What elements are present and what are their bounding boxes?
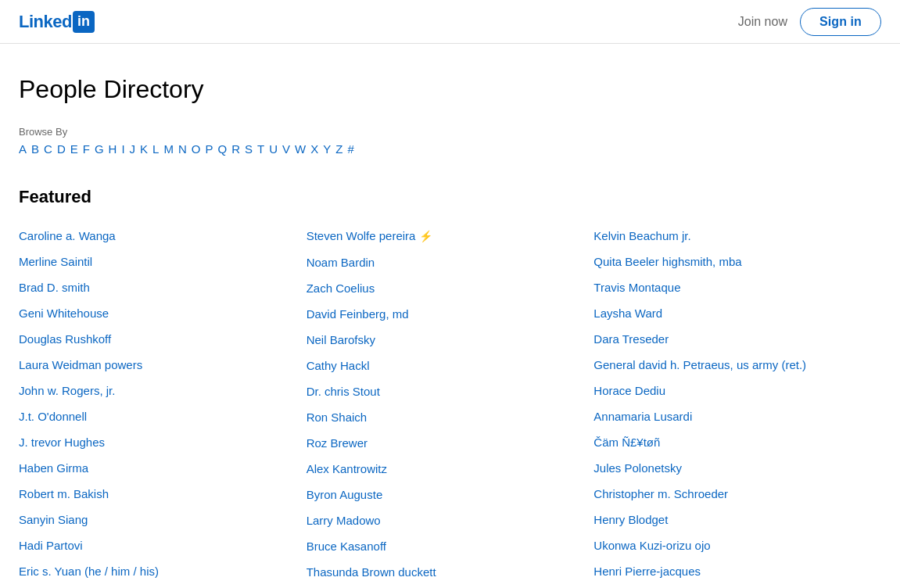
join-now-link[interactable]: Join now [738, 15, 787, 29]
person-link[interactable]: Henri Pierre-jacques [593, 558, 881, 584]
sign-in-button[interactable]: Sign in [800, 8, 881, 36]
person-link[interactable]: Laura Weidman powers [19, 352, 307, 378]
person-link[interactable]: Čäm Ñ£¥tøñ [593, 429, 881, 455]
header-actions: Join now Sign in [738, 8, 881, 36]
person-link[interactable]: Travis Montaque [593, 274, 881, 300]
person-link[interactable]: Byron Auguste [307, 482, 594, 507]
people-grid: Caroline a. WangaMerline SaintilBrad D. … [19, 223, 881, 585]
person-link[interactable]: Bruce Kasanoff [307, 533, 594, 559]
person-link[interactable]: Thasunda Brown duckett [307, 559, 594, 585]
people-col-3: Kelvin Beachum jr.Quita Beeler highsmith… [593, 223, 881, 585]
logo-box: in [73, 11, 95, 33]
alphabet-nav: ABCDEFGHIJKLMNOPQRSTUVWXYZ# [19, 142, 881, 156]
person-link[interactable]: Alex Kantrowitz [307, 456, 594, 482]
alpha-link-e[interactable]: E [70, 142, 78, 156]
logo-text: Linked [19, 12, 72, 32]
alpha-link-f[interactable]: F [83, 142, 90, 156]
alpha-link-s[interactable]: S [245, 142, 253, 156]
alpha-link-t[interactable]: T [257, 142, 264, 156]
alpha-link-h[interactable]: H [109, 142, 117, 156]
person-link[interactable]: Ron Shaich [307, 404, 594, 430]
alpha-link-r[interactable]: R [231, 142, 240, 156]
person-link[interactable]: Dara Treseder [593, 326, 881, 352]
person-link[interactable]: Cathy Hackl [307, 353, 594, 378]
alpha-link-q[interactable]: Q [217, 142, 227, 156]
people-col-1: Caroline a. WangaMerline SaintilBrad D. … [19, 223, 307, 585]
person-link[interactable]: David Feinberg, md [307, 301, 594, 327]
person-link[interactable]: Kelvin Beachum jr. [593, 223, 881, 249]
alpha-link-l[interactable]: L [152, 142, 159, 156]
person-link[interactable]: Sanyin Siang [19, 507, 307, 532]
person-link[interactable]: Eric s. Yuan (he / him / his) [19, 558, 307, 584]
alpha-link-m[interactable]: M [163, 142, 174, 156]
person-link[interactable]: J. trevor Hughes [19, 429, 307, 455]
browse-by-label: Browse By [19, 126, 881, 138]
alpha-link-p[interactable]: P [205, 142, 213, 156]
person-link[interactable]: Larry Madowo [307, 507, 594, 533]
alpha-link-j[interactable]: J [130, 142, 136, 156]
person-link[interactable]: General david h. Petraeus, us army (ret.… [593, 352, 881, 378]
alpha-link-d[interactable]: D [57, 142, 66, 156]
featured-title: Featured [19, 187, 881, 207]
alpha-link-o[interactable]: O [192, 142, 201, 156]
alpha-link-k[interactable]: K [140, 142, 148, 156]
alpha-link-w[interactable]: W [295, 142, 306, 156]
person-link[interactable]: Horace Dediu [593, 378, 881, 403]
person-link[interactable]: Robert m. Bakish [19, 481, 307, 507]
alpha-link-n[interactable]: N [178, 142, 187, 156]
person-link[interactable]: Noam Bardin [307, 249, 594, 275]
main-content: People Directory Browse By ABCDEFGHIJKLM… [0, 44, 900, 588]
person-link[interactable]: Jules Polonetsky [593, 455, 881, 481]
person-link[interactable]: Haben Girma [19, 455, 307, 481]
person-link[interactable]: Neil Barofsky [307, 327, 594, 353]
person-link[interactable]: Roz Brewer [307, 430, 594, 456]
person-link[interactable]: Caroline a. Wanga [19, 223, 307, 249]
person-link[interactable]: Henry Blodget [593, 507, 881, 532]
header: Linkedin Join now Sign in [0, 0, 900, 44]
person-link[interactable]: Steven Wolfe pereira ⚡ [307, 223, 594, 249]
person-link[interactable]: Brad D. smith [19, 274, 307, 300]
alpha-link-i[interactable]: I [121, 142, 124, 156]
person-link[interactable]: Merline Saintil [19, 249, 307, 274]
person-link[interactable]: Geni Whitehouse [19, 300, 307, 326]
alpha-link-z[interactable]: Z [335, 142, 342, 156]
logo[interactable]: Linkedin [19, 11, 95, 33]
alpha-link-c[interactable]: C [44, 142, 52, 156]
lightning-icon: ⚡ [419, 230, 432, 242]
alpha-link-u[interactable]: U [269, 142, 278, 156]
person-link[interactable]: Douglas Rushkoff [19, 326, 307, 352]
people-col-2: Steven Wolfe pereira ⚡Noam BardinZach Co… [307, 223, 594, 585]
person-link[interactable]: Dr. chris Stout [307, 378, 594, 404]
person-link[interactable]: Quita Beeler highsmith, mba [593, 249, 881, 274]
person-link[interactable]: John w. Rogers, jr. [19, 378, 307, 403]
alpha-link-y[interactable]: Y [323, 142, 331, 156]
person-link[interactable]: J.t. O'donnell [19, 403, 307, 429]
alpha-link-b[interactable]: B [31, 142, 39, 156]
page-title: People Directory [19, 75, 881, 104]
person-link[interactable]: Hadi Partovi [19, 532, 307, 558]
featured-section: Featured Caroline a. WangaMerline Sainti… [19, 187, 881, 585]
person-link[interactable]: Annamaria Lusardi [593, 403, 881, 429]
alpha-link-g[interactable]: G [95, 142, 104, 156]
alpha-link-#[interactable]: # [347, 142, 353, 156]
person-link[interactable]: Christopher m. Schroeder [593, 481, 881, 507]
alpha-link-a[interactable]: A [19, 142, 27, 156]
alpha-link-v[interactable]: V [282, 142, 290, 156]
person-link[interactable]: Laysha Ward [593, 300, 881, 326]
alpha-link-x[interactable]: X [310, 142, 318, 156]
person-link[interactable]: Ukonwa Kuzi-orizu ojo [593, 532, 881, 558]
person-link[interactable]: Zach Coelius [307, 275, 594, 301]
